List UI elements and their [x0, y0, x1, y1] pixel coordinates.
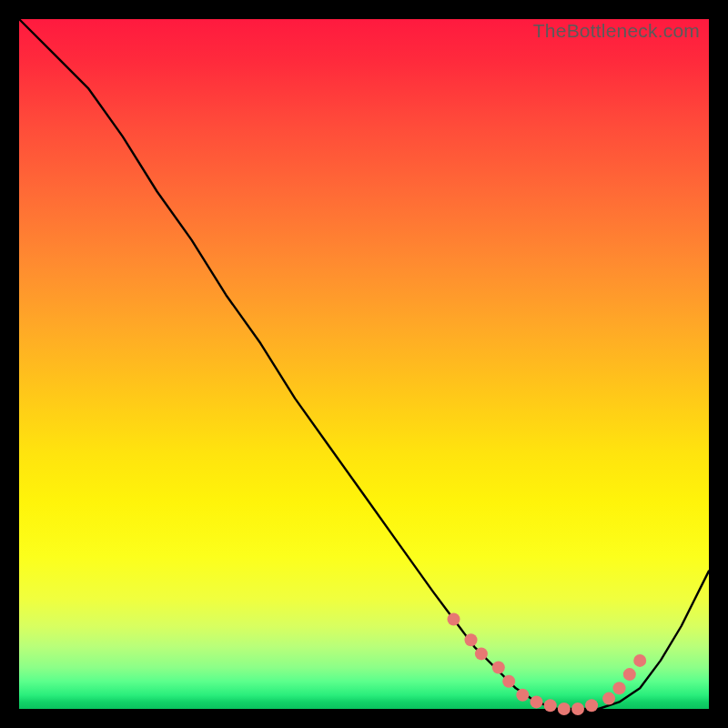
highlight-dot [633, 654, 646, 667]
highlight-dot [585, 699, 598, 712]
chart-frame: TheBottleneck.com [0, 0, 728, 728]
highlight-dot [465, 633, 478, 646]
plot-area: TheBottleneck.com [19, 19, 709, 709]
highlight-dot [475, 647, 488, 660]
highlight-dot [492, 662, 505, 674]
highlight-dot [502, 675, 515, 688]
highlight-dot [516, 689, 529, 702]
highlight-dot [448, 613, 460, 626]
highlight-dots [448, 613, 647, 716]
highlight-dot [623, 668, 636, 681]
highlight-dot [571, 703, 584, 715]
curve-layer [19, 19, 709, 709]
highlight-dot [558, 703, 571, 715]
highlight-dot [544, 699, 557, 712]
bottleneck-curve [19, 19, 709, 709]
highlight-dot [531, 695, 543, 708]
highlight-dot [613, 682, 626, 694]
highlight-dot [602, 693, 615, 705]
